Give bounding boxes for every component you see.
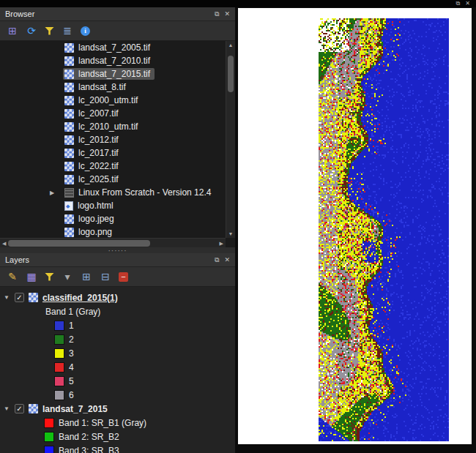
legend-label: Band 1: SR_B1 (Gray) (59, 418, 146, 428)
scroll-up-icon[interactable]: ▲ (228, 42, 234, 48)
browser-vertical-scrollbar[interactable]: ▲ ▼ (226, 41, 235, 238)
raster-file-icon (64, 149, 74, 158)
browser-item[interactable]: landsat_8.tif (0, 81, 226, 94)
legend-item[interactable]: 4 (0, 360, 235, 374)
legend-color-swatch (54, 334, 64, 345)
browser-item-content: lc_2025.tif (63, 173, 123, 185)
layers-tree: ▼✓classified_2015(1)Band 1 (Gray)123456▼… (0, 287, 235, 453)
legend-color-swatch (44, 418, 54, 428)
float-window-icon[interactable]: ⧉ (456, 1, 461, 7)
filter-legend-icon[interactable] (45, 273, 54, 281)
filter-browser-icon[interactable] (45, 27, 54, 35)
browser-float-icon[interactable]: ⧉ (215, 10, 219, 18)
open-layer-styling-icon[interactable]: ✎ (7, 271, 18, 282)
browser-item-label: lc_2007.tif (78, 108, 119, 119)
legend-item[interactable]: Band 1: SR_B1 (Gray) (0, 416, 235, 430)
properties-info-icon[interactable]: i (81, 26, 90, 36)
browser-item[interactable]: landsat_7_2005.tif (0, 41, 226, 54)
browser-item-content: landsat_7_2005.tif (63, 42, 155, 53)
expand-arrow-icon[interactable]: ▶ (50, 190, 54, 196)
browser-item-content: lc_2007.tif (63, 108, 123, 119)
browser-item[interactable]: logo.png (0, 225, 226, 238)
scroll-left-icon[interactable]: ◀ (2, 241, 6, 246)
layers-close-icon[interactable]: ✕ (224, 256, 230, 263)
layers-toolbar: ✎▦▾⊞⊟− (0, 267, 235, 287)
legend-item[interactable]: 2 (0, 332, 235, 346)
panel-splitter[interactable]: ······ (0, 247, 235, 253)
book-file-icon (64, 188, 74, 198)
layers-panel: Layers ⧉ ✕ ✎▦▾⊞⊟− ▼✓classified_2015(1)Ba… (0, 253, 235, 453)
browser-panel-title: Browser (5, 10, 209, 18)
browser-panel-header: Browser ⧉ ✕ (0, 7, 235, 21)
band-label: Band 1 (Gray) (45, 307, 100, 317)
legend-item[interactable]: 3 (0, 346, 235, 360)
collapse-arrow-icon[interactable]: ▼ (3, 294, 10, 301)
manage-map-themes-icon[interactable]: ▦ (26, 271, 37, 282)
legend-item[interactable]: 6 (0, 388, 235, 402)
browser-item-label: lc_2012.tif (78, 135, 119, 145)
close-window-icon[interactable]: ✕ (465, 1, 470, 7)
browser-item-label: landsat_7_2005.tif (78, 42, 150, 53)
browser-close-icon[interactable]: ✕ (224, 10, 230, 18)
browser-item[interactable]: ▶Linux From Scratch - Version 12.4 (0, 186, 226, 199)
legend-item[interactable]: Band 3: SR_B3 (0, 443, 235, 453)
browser-item-content: lc_2022.tif (63, 160, 123, 172)
browser-item-label: logo.jpeg (78, 214, 114, 224)
legend-color-swatch (44, 432, 54, 442)
browser-item-content: logo.html (63, 200, 118, 211)
expand-all-icon[interactable]: ⊞ (81, 271, 92, 282)
legend-label: 4 (69, 362, 74, 372)
browser-horizontal-scrollbar[interactable]: ◀ ▶ (0, 238, 226, 247)
scroll-right-icon[interactable]: ▶ (220, 241, 223, 246)
raster-file-icon (64, 83, 74, 92)
browser-item[interactable]: lc_2007.tif (0, 107, 226, 120)
raster-file-icon (64, 162, 74, 171)
browser-item[interactable]: landsat_7_2010.tif (0, 54, 226, 67)
horizontal-scroll-thumb[interactable] (8, 240, 150, 247)
dock-panels: Browser ⧉ ✕ ⊞⟳≣i landsat_7_2005.tiflands… (0, 7, 236, 453)
top-bar: ⧉ ✕ (0, 0, 476, 7)
horizontal-scroll-track[interactable] (8, 240, 217, 247)
layers-panel-title: Layers (5, 255, 209, 264)
layer-visibility-checkbox[interactable]: ✓ (15, 293, 24, 302)
browser-item-label: logo.html (78, 201, 114, 211)
collapse-all-icon[interactable]: ≣ (62, 25, 73, 37)
legend-item[interactable]: 1 (0, 318, 235, 332)
legend-item[interactable]: 5 (0, 374, 235, 388)
legend-color-swatch (44, 446, 54, 453)
map-frame (236, 7, 476, 453)
layers-float-icon[interactable]: ⧉ (215, 256, 219, 264)
layer-visibility-checkbox[interactable]: ✓ (15, 404, 24, 413)
band-label-row[interactable]: Band 1 (Gray) (0, 304, 235, 318)
browser-item-label: landsat_7_2015.tif (78, 69, 150, 79)
scroll-down-icon[interactable]: ▼ (228, 231, 234, 236)
add-selected-layers-icon[interactable]: ⊞ (7, 25, 18, 37)
browser-item[interactable]: lc_2022.tif (0, 160, 226, 173)
browser-item-content: logo.png (63, 226, 116, 238)
layer-item[interactable]: ▼✓classified_2015(1) (0, 291, 235, 304)
layer-item[interactable]: ▼✓landsat_7_2015 (0, 402, 235, 416)
splitter-handle-dots: ······ (108, 249, 127, 252)
legend-item[interactable]: Band 2: SR_B2 (0, 430, 235, 443)
collapse-arrow-icon[interactable]: ▼ (3, 405, 10, 412)
browser-item-content: Linux From Scratch - Version 12.4 (63, 187, 215, 198)
collapse-all-layers-icon[interactable]: ⊟ (100, 271, 111, 282)
browser-item[interactable]: landsat_7_2015.tif (0, 67, 226, 81)
refresh-icon[interactable]: ⟳ (26, 25, 37, 37)
map-canvas[interactable] (238, 8, 472, 444)
browser-tree-area: landsat_7_2005.tiflandsat_7_2010.tifland… (0, 41, 235, 247)
browser-item[interactable]: lc_2000_utm.tif (0, 94, 226, 107)
filter-dropdown-icon[interactable]: ▾ (62, 271, 73, 282)
browser-item[interactable]: logo.jpeg (0, 212, 226, 225)
browser-item[interactable]: lc_2025.tif (0, 173, 226, 186)
browser-item-label: Linux From Scratch - Version 12.4 (78, 187, 211, 198)
browser-item[interactable]: lc_2012.tif (0, 133, 226, 146)
browser-item-selection: landsat_7_2015.tif (63, 68, 155, 80)
browser-item-label: landsat_8.tif (78, 82, 126, 92)
vertical-scroll-thumb[interactable] (228, 56, 234, 92)
legend-color-swatch (54, 362, 64, 372)
browser-item[interactable]: lc_2010_utm.tif (0, 120, 226, 133)
remove-layer-icon[interactable]: − (119, 272, 128, 282)
browser-item[interactable]: logo.html (0, 199, 226, 212)
browser-item[interactable]: lc_2017.tif (0, 146, 226, 160)
